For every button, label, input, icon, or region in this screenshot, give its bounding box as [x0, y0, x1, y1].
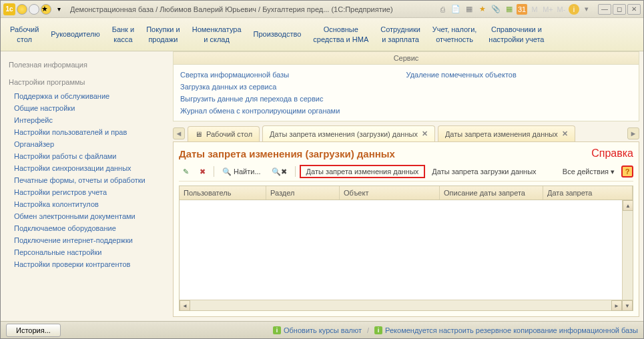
sidebar-link[interactable]: Настройки синхронизации данных — [9, 162, 165, 174]
tab-nav-left[interactable]: ◄ — [173, 127, 185, 139]
m3-icon[interactable]: M- — [555, 3, 567, 15]
menu-bank[interactable]: Банк икасса — [108, 21, 138, 48]
service-col-2: Удаление помеченных объектов — [406, 69, 633, 117]
sidebar-link[interactable]: Интерфейс — [9, 114, 165, 126]
menu-inventory[interactable]: Номенклатураи склад — [188, 21, 246, 48]
sidebar-link[interactable]: Настройки пользователей и прав — [9, 126, 165, 138]
status-link-backup[interactable]: i Рекомендуется настроить резервное копи… — [374, 326, 638, 334]
star-icon[interactable]: ★ — [41, 4, 51, 15]
tab-dates-load[interactable]: Даты запрета изменения (загрузки) данных… — [262, 125, 435, 141]
col-user[interactable]: Пользователь — [180, 186, 266, 200]
grid-header: Пользователь Раздел Объект Описание даты… — [180, 186, 633, 200]
service-body: Свертка информационной базы Загрузка дан… — [174, 65, 639, 121]
clear-search-icon[interactable]: 🔍✖ — [268, 165, 291, 178]
sidebar-link[interactable]: Настройка колонтитулов — [9, 198, 165, 210]
sidebar-link[interactable]: Персональные настройки — [9, 246, 165, 258]
nav-fwd-icon[interactable] — [29, 4, 39, 15]
menu-production[interactable]: Производство — [250, 21, 306, 48]
search-icon: 🔍 — [222, 167, 232, 176]
maximize-button[interactable]: ◻ — [613, 4, 626, 15]
menu-assets[interactable]: Основныесредства и НМА — [309, 21, 372, 48]
menu-desktop[interactable]: Рабочийстол — [6, 21, 43, 48]
menu-manager[interactable]: Руководителю — [47, 21, 103, 48]
history-button[interactable]: История... — [6, 324, 61, 337]
service-header: Сервис — [174, 52, 639, 65]
dates-change-button[interactable]: Даты запрета изменения данных — [300, 165, 426, 178]
form-panel: Даты запрета изменения (загрузки) данных… — [173, 141, 639, 317]
info-drop-icon[interactable]: ▾ — [581, 3, 593, 15]
tab-dates-change[interactable]: Даты запрета изменения данных ✕ — [438, 125, 575, 141]
minimize-button[interactable]: — — [598, 4, 611, 15]
scroll-up-icon[interactable]: ▲ — [623, 200, 633, 211]
status-link-label: Обновить курсы валют — [284, 326, 362, 334]
sidebar-link[interactable]: Настройки проверки контрагентов — [9, 258, 165, 270]
m1-icon[interactable]: M — [529, 3, 541, 15]
tab-nav-right[interactable]: ► — [627, 127, 639, 139]
sidebar-link[interactable]: Обмен электронными документами — [9, 210, 165, 222]
nav-back-icon[interactable] — [17, 4, 27, 15]
sidebar-link[interactable]: Поддержка и обслуживание — [9, 90, 165, 102]
info-icon[interactable]: i — [569, 4, 579, 15]
dates-load-button[interactable]: Даты запрета загрузки данных — [428, 165, 540, 178]
service-link[interactable]: Журнал обмена с контролирующими органами — [180, 105, 406, 117]
all-actions-button[interactable]: Все действия ▾ — [559, 165, 619, 178]
separator — [295, 166, 296, 177]
toolbar-right: Все действия ▾ ? — [559, 165, 633, 178]
status-link-rates[interactable]: i Обновить курсы валют — [273, 326, 362, 334]
app-window: 1c ★ ▾ Демонстрационная база / Любимов В… — [0, 0, 644, 339]
window-controls: — ◻ ✕ — [598, 4, 641, 15]
sidebar-link[interactable]: Общие настройки — [9, 102, 165, 114]
print-icon[interactable]: ⎙ — [436, 3, 448, 15]
dropdown-icon[interactable]: ▾ — [53, 3, 65, 15]
grid-body[interactable]: ▲ — [180, 200, 633, 300]
sidebar-link[interactable]: Настройки работы с файлами — [9, 150, 165, 162]
scroll-left-icon[interactable]: ◄ — [180, 300, 190, 311]
service-link[interactable]: Свертка информационной базы — [180, 69, 406, 81]
find-button[interactable]: 🔍 Найти... — [218, 165, 265, 178]
calendar-icon[interactable]: 31 — [517, 4, 527, 15]
sidebar-link[interactable]: Настройки регистров учета — [9, 186, 165, 198]
tab-close-icon[interactable]: ✕ — [562, 129, 568, 138]
doc-icon[interactable]: 📄 — [450, 3, 462, 15]
m2-icon[interactable]: M+ — [542, 3, 554, 15]
scrollbar-vertical[interactable]: ▲ — [622, 200, 633, 300]
sidebar: Полезная информация Настройки программы … — [1, 51, 173, 321]
close-button[interactable]: ✕ — [627, 4, 641, 15]
scrollbar-horizontal[interactable]: ◄ ► ▼ — [180, 300, 633, 310]
status-link-label: Рекомендуется настроить резервное копиро… — [385, 326, 638, 334]
scroll-down-icon[interactable]: ▼ — [622, 300, 633, 311]
delete-icon[interactable]: ✖ — [196, 165, 210, 178]
col-date[interactable]: Дата запрета — [543, 186, 633, 200]
menu-sales[interactable]: Покупки ипродажи — [142, 21, 184, 48]
tab-label: Даты запрета изменения (загрузки) данных — [270, 130, 418, 138]
sidebar-link[interactable]: Печатные формы, отчеты и обработки — [9, 174, 165, 186]
menu-tax[interactable]: Учет, налоги,отчетность — [428, 21, 480, 48]
col-section[interactable]: Раздел — [266, 186, 340, 200]
clip-icon[interactable]: 📎 — [490, 3, 502, 15]
calc-icon[interactable]: ▦ — [503, 3, 515, 15]
tabs-row: ◄ 🖥 Рабочий стол Даты запрета изменения … — [173, 125, 639, 141]
sidebar-link[interactable]: Органайзер — [9, 138, 165, 150]
menu-settings[interactable]: Справочники инастройки учета — [485, 21, 548, 48]
help-icon[interactable]: ? — [621, 165, 633, 178]
star2-icon[interactable]: ★ — [476, 3, 489, 15]
sidebar-link[interactable]: Подключаемое оборудование — [9, 222, 165, 234]
scroll-track[interactable] — [190, 300, 611, 310]
col-object[interactable]: Объект — [340, 186, 440, 200]
sidebar-link[interactable]: Подключение интернет-поддержки — [9, 234, 165, 246]
tab-close-icon[interactable]: ✕ — [422, 129, 428, 138]
window-title: Демонстрационная база / Любимов Валерий … — [70, 5, 436, 13]
form-header: Даты запрета изменения (загрузки) данных… — [179, 147, 633, 159]
service-link[interactable]: Удаление помеченных объектов — [406, 69, 633, 81]
tab-label: Рабочий стол — [206, 130, 252, 138]
service-link[interactable]: Выгрузить данные для перехода в сервис — [180, 93, 406, 105]
tool-icon[interactable]: ▦ — [463, 3, 475, 15]
app-icon: 1c — [3, 3, 15, 15]
find-label: Найти... — [234, 167, 261, 176]
menu-hr[interactable]: Сотрудникии зарплата — [376, 21, 424, 48]
col-desc[interactable]: Описание даты запрета — [440, 186, 543, 200]
service-link[interactable]: Загрузка данных из сервиса — [180, 81, 406, 93]
scroll-right-icon[interactable]: ► — [611, 300, 622, 311]
edit-icon[interactable]: ✎ — [179, 165, 193, 178]
tab-desktop[interactable]: 🖥 Рабочий стол — [188, 126, 260, 141]
